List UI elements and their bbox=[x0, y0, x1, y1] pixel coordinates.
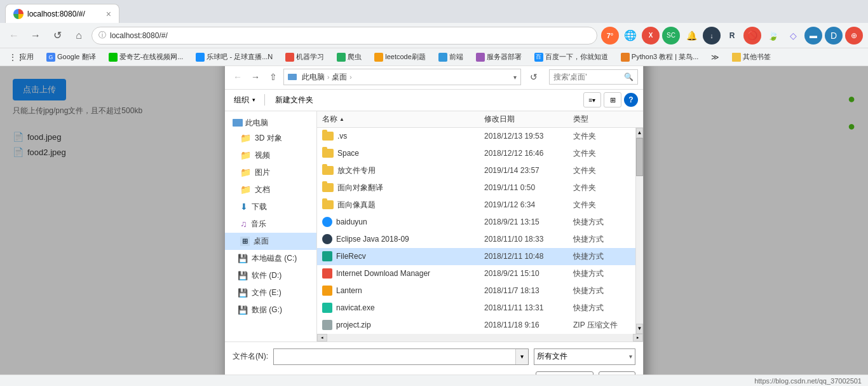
forward-button[interactable]: → bbox=[27, 27, 44, 45]
left-item-desktop[interactable]: ⊞ 桌面 bbox=[225, 233, 316, 250]
extension-2[interactable]: SC bbox=[662, 27, 680, 45]
extension-7[interactable]: 🍃 bbox=[764, 27, 782, 45]
back-button[interactable]: ← bbox=[5, 27, 23, 45]
horizontal-scrollbar[interactable]: ◂ ▸ bbox=[317, 334, 643, 341]
search-icon[interactable]: 🔍 bbox=[624, 72, 634, 81]
extension-6[interactable]: 🚫 bbox=[743, 27, 761, 45]
file-name-files: 放文件专用 bbox=[337, 165, 484, 176]
bookmark-others[interactable]: 其他书签 bbox=[728, 51, 775, 63]
dialog-nav: ← → ⇧ 此电脑 › 桌面 › ▾ bbox=[225, 66, 643, 90]
cancel-button[interactable]: 取消 bbox=[599, 371, 635, 375]
dialog-refresh-btn[interactable]: ↺ bbox=[526, 69, 541, 85]
bookmark-spider[interactable]: 爬虫 bbox=[333, 51, 365, 63]
profile-icon[interactable]: 🌐 bbox=[621, 27, 639, 45]
filename-dropdown-btn[interactable]: ▾ bbox=[515, 349, 528, 364]
drive-d[interactable]: 💾 软件 (D:) bbox=[225, 267, 316, 284]
file-row-navicat[interactable]: navicat.exe 2018/11/11 13:31 快捷方式 bbox=[317, 300, 635, 317]
view-grid-btn[interactable]: ⊞ bbox=[604, 92, 621, 107]
bookmark-google-translate[interactable]: G Google 翻译 bbox=[43, 51, 100, 63]
extension-1[interactable]: X bbox=[642, 27, 660, 45]
bookmark-frontend[interactable]: 前端 bbox=[435, 51, 467, 63]
drive-c[interactable]: 💾 本地磁盘 (C:) bbox=[225, 250, 316, 267]
scroll-track[interactable] bbox=[636, 138, 643, 324]
menu-dots-icon[interactable]: ⊕ bbox=[845, 27, 863, 45]
organize-dropdown[interactable]: 组织 ▾ bbox=[230, 93, 259, 107]
scroll-thumb[interactable] bbox=[636, 138, 643, 176]
vertical-scrollbar[interactable]: ▲ ▼ bbox=[635, 128, 643, 334]
extensions-icon[interactable]: 7° bbox=[601, 27, 619, 45]
view-details-btn[interactable]: ≡▾ bbox=[583, 92, 601, 107]
file-row-idm[interactable]: Internet Download Manager 2018/9/21 15:1… bbox=[317, 265, 635, 282]
bookmark-soccer[interactable]: 乐球吧 - 足球直播...N bbox=[192, 51, 276, 63]
grid-icon: ⊞ bbox=[610, 96, 616, 104]
active-tab[interactable]: localhost:8080/#/ × bbox=[5, 4, 119, 23]
filename-input-wrap[interactable]: ▾ bbox=[273, 348, 529, 365]
help-btn[interactable]: ? bbox=[624, 93, 638, 107]
bookmark-ml[interactable]: 机器学习 bbox=[281, 51, 328, 63]
left-item-music[interactable]: ♫ 音乐 bbox=[225, 216, 316, 233]
extension-5[interactable]: R bbox=[723, 27, 741, 45]
col-header-type[interactable]: 类型 bbox=[573, 114, 630, 125]
new-folder-btn[interactable]: 新建文件夹 bbox=[270, 93, 318, 107]
folder-icon bbox=[732, 53, 741, 62]
left-item-video[interactable]: 📁 视频 bbox=[225, 147, 316, 164]
horiz-scroll-left-btn[interactable]: ◂ bbox=[317, 334, 327, 341]
browser-window: localhost:8080/#/ × ← → ↺ ⌂ ⓘ localhost:… bbox=[0, 0, 868, 386]
scroll-down-btn[interactable]: ▼ bbox=[636, 324, 643, 334]
soccer-icon bbox=[196, 53, 205, 62]
file-row-eclipse[interactable]: Eclipse Java 2018-09 2018/11/10 18:33 快捷… bbox=[317, 231, 635, 248]
filename-input[interactable] bbox=[274, 349, 515, 364]
file-row-space[interactable]: Space 2018/12/12 16:46 文件夹 bbox=[317, 145, 635, 162]
dialog-up-btn[interactable]: ⇧ bbox=[266, 69, 281, 85]
search-input[interactable] bbox=[553, 72, 621, 81]
item-label-dl: 下载 bbox=[252, 202, 267, 212]
computer-section-header[interactable]: 此电脑 bbox=[225, 114, 316, 130]
address-bar[interactable]: ⓘ localhost:8080/#/ bbox=[92, 27, 597, 45]
file-row-zip[interactable]: project.zip 2018/11/18 9:16 ZIP 压缩文件 bbox=[317, 317, 635, 334]
bookmark-server[interactable]: 服务器部署 bbox=[472, 51, 526, 63]
left-item-3d[interactable]: 📁 3D 对象 bbox=[225, 130, 316, 147]
file-row-oop-prob[interactable]: 面向像真题 2019/1/12 6:34 文件夹 bbox=[317, 196, 635, 214]
file-row-files[interactable]: 放文件专用 2019/1/14 23:57 文件夹 bbox=[317, 162, 635, 179]
file-row-vs[interactable]: .vs 2018/12/13 19:53 文件夹 bbox=[317, 128, 635, 145]
ml-icon bbox=[285, 53, 294, 62]
file-row-baiduyun[interactable]: baiduyun 2018/9/21 13:15 快捷方式 bbox=[317, 214, 635, 231]
reload-button[interactable]: ↺ bbox=[48, 27, 66, 45]
user-avatar[interactable]: D bbox=[825, 27, 843, 45]
bookmark-leetcode[interactable]: leetcode刷题 bbox=[370, 51, 430, 63]
filetype-select[interactable]: 所有文件 ▾ bbox=[534, 348, 635, 365]
breadcrumb-dropdown[interactable]: ▾ bbox=[513, 72, 517, 81]
file-row-lantern[interactable]: Lantern 2018/11/7 18:13 快捷方式 bbox=[317, 282, 635, 300]
left-item-dl[interactable]: ⬇ 下载 bbox=[225, 198, 316, 216]
col-header-name[interactable]: 名称 ▲ bbox=[322, 114, 484, 125]
open-button[interactable]: 打开(O) bbox=[536, 371, 593, 375]
horiz-scroll-track[interactable] bbox=[327, 334, 633, 341]
horiz-scroll-right-btn[interactable]: ▸ bbox=[633, 334, 643, 341]
dialog-back-btn[interactable]: ← bbox=[230, 69, 245, 85]
drive-e[interactable]: 💾 文件 (E:) bbox=[225, 284, 316, 301]
dialog-forward-btn[interactable]: → bbox=[248, 69, 263, 85]
bookmark-iqiyi[interactable]: 爱奇艺-在线视频网... bbox=[105, 51, 187, 63]
tab-title: localhost:8080/#/ bbox=[27, 10, 102, 18]
extension-8[interactable]: ◇ bbox=[784, 27, 802, 45]
home-button[interactable]: ⌂ bbox=[70, 27, 88, 45]
bookmark-icon[interactable]: ▬ bbox=[804, 27, 822, 45]
drive-g[interactable]: 💾 数据 (G:) bbox=[225, 301, 316, 319]
bookmark-baidu[interactable]: 百 百度一下，你就知道 bbox=[531, 51, 612, 63]
left-item-doc[interactable]: 📁 文档 bbox=[225, 181, 316, 198]
file-row-filerecv[interactable]: FileRecv 2018/12/11 10:48 快捷方式 bbox=[317, 248, 635, 265]
breadcrumb-computer[interactable]: 此电脑 bbox=[302, 72, 325, 83]
breadcrumb[interactable]: 此电脑 › 桌面 › ▾ bbox=[283, 69, 521, 85]
file-row-oop-trans[interactable]: 面向对象翻译 2019/1/11 0:50 文件夹 bbox=[317, 179, 635, 196]
extension-4[interactable]: ↓ bbox=[703, 27, 721, 45]
search-box[interactable]: 🔍 bbox=[549, 69, 638, 85]
bookmark-apps[interactable]: ⋮⋮ 应用 bbox=[5, 51, 37, 63]
tab-close-btn[interactable]: × bbox=[106, 9, 111, 19]
extension-3[interactable]: 🔔 bbox=[682, 27, 700, 45]
scroll-up-btn[interactable]: ▲ bbox=[636, 128, 643, 138]
col-header-date[interactable]: 修改日期 bbox=[484, 114, 573, 125]
left-item-img[interactable]: 📁 图片 bbox=[225, 164, 316, 181]
breadcrumb-desktop[interactable]: 桌面 bbox=[332, 72, 347, 83]
bookmark-more[interactable]: ≫ bbox=[707, 52, 723, 63]
bookmark-python[interactable]: Python3 教程 | 菜鸟... bbox=[617, 51, 703, 63]
